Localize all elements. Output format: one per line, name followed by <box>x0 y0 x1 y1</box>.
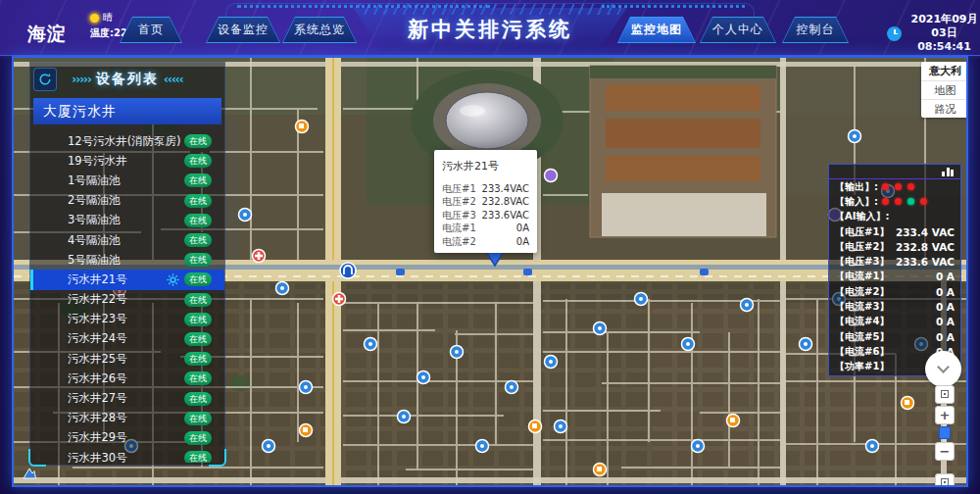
device-name: 污水井29号 <box>68 430 127 445</box>
status-badge: 在线 <box>184 253 212 267</box>
reading-row: 【电流#3】 0 A <box>829 299 960 314</box>
reading-row: 【电流#1】 0 A <box>829 270 960 284</box>
reading-value: 0 A <box>936 286 955 298</box>
header-arrows-left: ››››› <box>72 73 91 86</box>
device-list-item[interactable]: 12号污水井(消防泵房) 在线 <box>30 131 224 151</box>
popup-row-value: 233.4VAC <box>482 182 529 195</box>
datetime-widget: 2021年09月03日 08:54:41 <box>887 13 980 54</box>
device-list-item[interactable]: 污水井22号 在线 <box>30 290 224 310</box>
popup-row: 电压#2 232.8VAC <box>442 195 529 208</box>
clock-icon <box>887 26 902 41</box>
device-list-item[interactable]: 4号隔油池 在线 <box>30 230 224 250</box>
device-list-item[interactable]: 污水井28号 在线 <box>30 409 224 428</box>
device-list-item[interactable]: 2号隔油池 在线 <box>30 191 224 211</box>
device-name: 污水井30号 <box>68 451 127 463</box>
panorama-button[interactable] <box>935 385 955 404</box>
map-tool-icon <box>941 478 949 485</box>
device-list-header: ››››› 设备列表 ‹‹‹‹‹ <box>30 63 224 92</box>
reading-row: 【电流#2】 0 A <box>829 284 960 299</box>
bar-chart-icon[interactable] <box>942 168 956 176</box>
device-name: 污水井27号 <box>68 391 127 406</box>
zoom-in-button[interactable]: + <box>935 406 955 424</box>
device-list-item[interactable]: 污水井29号 在线 <box>30 428 224 448</box>
refresh-button[interactable] <box>33 68 57 91</box>
well-info-popup: 污水井21号 电压#1 233.4VAC 电压#2 232.8VAC 电压#3 … <box>434 150 537 253</box>
nav-personal-center-button[interactable]: 个人中心 <box>700 17 776 43</box>
status-badge: 在线 <box>184 332 212 346</box>
popup-row: 电流#1 0A <box>442 222 529 234</box>
zoom-slider-handle[interactable] <box>939 426 951 439</box>
reading-label: 【电流#1】 <box>835 270 889 283</box>
status-dot-red <box>907 183 914 190</box>
device-name: 2号隔油池 <box>68 193 120 208</box>
map-frame: ››››› 设备列表 ‹‹‹‹‹ 大厦污水井 12号污水井(消防泵房) 在线 1… <box>12 56 968 487</box>
status-badge: 在线 <box>184 194 212 208</box>
metro-station-badge <box>340 263 356 278</box>
device-group-header[interactable]: 大厦污水井 <box>33 98 221 124</box>
device-list-item[interactable]: 污水井23号 在线 <box>30 310 224 329</box>
reading-label: 【功率#1】 <box>835 360 889 373</box>
status-badge: 在线 <box>184 412 212 425</box>
map-type-traffic-button[interactable]: 路况 <box>921 99 966 118</box>
reading-row: 【电流#5】 0 A <box>829 329 960 344</box>
status-dot-red <box>882 198 889 205</box>
device-name: 污水井22号 <box>68 292 127 307</box>
nav-device-monitor-button[interactable]: 设备监控 <box>206 17 280 43</box>
nav-system-overview-button[interactable]: 系统总览 <box>282 17 357 43</box>
panel-collapse-button[interactable] <box>925 351 961 387</box>
app-title: 新中关排污系统 <box>408 16 572 43</box>
reading-value: 233.4 VAC <box>896 226 955 238</box>
time-label: 08:54:41 <box>908 40 980 54</box>
reading-row: 【电压#3】 233.6 VAC <box>829 254 960 269</box>
nav-monitor-map-button[interactable]: 监控地图 <box>617 17 696 43</box>
device-name: 污水井23号 <box>68 312 127 326</box>
reading-label: 【电压#3】 <box>835 255 889 269</box>
popup-row: 电压#1 233.4VAC <box>442 182 529 195</box>
status-badge: 在线 <box>184 134 212 148</box>
map-palace-complex <box>590 66 776 237</box>
zoom-out-button[interactable]: − <box>935 442 955 461</box>
reading-label: 【电流#3】 <box>835 300 889 314</box>
map-type-map-button[interactable]: 地图 <box>921 80 966 99</box>
popup-rows: 电压#1 233.4VAC 电压#2 232.8VAC 电压#3 233.6VA… <box>442 182 529 248</box>
device-list-item[interactable]: 污水井25号 在线 <box>30 349 224 369</box>
device-name: 12号污水井(消防泵房) <box>68 134 181 149</box>
device-list-item[interactable]: 污水井30号 在线 <box>30 448 224 463</box>
device-list-item[interactable]: 5号隔油池 在线 <box>30 250 224 270</box>
device-name: 污水井21号 <box>68 272 127 287</box>
ai-input-row: 【AI输入】: <box>829 210 960 224</box>
reading-label: 【电压#2】 <box>835 240 889 254</box>
reading-value: 0 A <box>936 301 955 313</box>
popup-row-label: 电压#2 <box>442 195 476 208</box>
baidu-logo <box>22 466 37 481</box>
device-list-item[interactable]: 1号隔油池 在线 <box>30 171 224 190</box>
status-badge: 在线 <box>184 272 212 286</box>
popup-row-label: 电流#2 <box>442 235 476 248</box>
device-list-item[interactable]: 污水井24号 在线 <box>30 329 224 349</box>
refresh-icon <box>38 73 52 86</box>
popup-row-label: 电压#1 <box>442 182 476 195</box>
input-label: 【输入】: <box>835 195 878 209</box>
panorama-icon <box>941 390 949 398</box>
status-badge: 在线 <box>184 371 212 385</box>
reading-value: 0 A <box>936 271 955 282</box>
device-name: 5号隔油池 <box>68 253 120 268</box>
gear-icon[interactable] <box>167 273 179 286</box>
reading-label: 【电流#5】 <box>835 330 889 344</box>
readings-panel-header <box>829 165 960 179</box>
output-row: 【输出】: <box>829 179 960 194</box>
device-list-item[interactable]: 污水井26号 在线 <box>30 369 224 388</box>
device-list-item[interactable]: 3号隔油池 在线 <box>30 211 224 230</box>
device-list-item[interactable]: 污水井21号 在线 <box>30 270 224 289</box>
map-tool-button[interactable] <box>935 473 955 485</box>
device-list-item[interactable]: 污水井27号 在线 <box>30 388 224 408</box>
dashboard: 海淀 晴 温度:22℃ 首页 设备监控 系统总览 新中关排污系统 监控地图 个人… <box>0 0 980 494</box>
status-badge: 在线 <box>184 154 212 168</box>
status-badge: 在线 <box>184 431 212 445</box>
reading-row: 【电压#2】 232.8 VAC <box>829 239 960 254</box>
device-list-title: 设备列表 <box>96 71 159 88</box>
top-header: 海淀 晴 温度:22℃ 首页 设备监控 系统总览 新中关排污系统 监控地图 个人… <box>0 0 980 56</box>
map-attribution <box>22 466 37 481</box>
reading-value: 0 A <box>936 316 955 327</box>
device-list-item[interactable]: 19号污水井 在线 <box>30 151 224 171</box>
